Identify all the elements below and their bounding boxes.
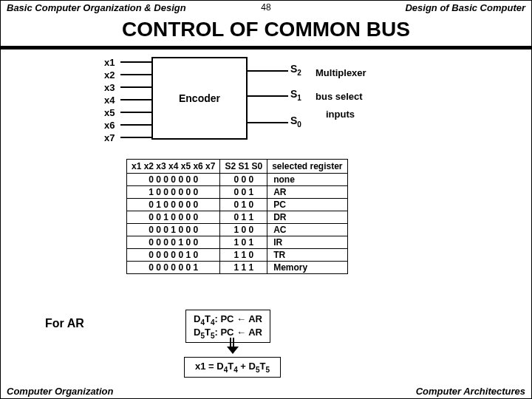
encoder-box: Encoder	[151, 57, 248, 140]
cell: AR	[267, 186, 347, 199]
table-row: 0 0 0 0 1 0 01 0 1IR	[127, 236, 348, 249]
input-x4: x4	[104, 95, 115, 106]
cell: 0 0 1 0 0 0 0	[127, 211, 220, 224]
slide-title: CONTROL OF COMMON BUS	[1, 18, 531, 41]
wire	[120, 124, 151, 126]
th-reg: selected register	[267, 160, 347, 174]
cell: TR	[267, 249, 347, 262]
table-row: 0 0 0 0 0 0 11 1 1Memory	[127, 262, 348, 274]
encoder-diagram: x1 x2 x3 x4 x5 x6 x7 Encoder S2 S1 S0 Mu…	[104, 57, 531, 153]
header-right: Design of Basic Computer	[405, 2, 525, 13]
input-x2: x2	[104, 69, 115, 81]
cell: 0 1 0	[220, 199, 267, 211]
footer-right: Computer Architectures	[416, 386, 525, 397]
cell: IR	[267, 236, 347, 249]
cell: 1 1 0	[220, 249, 267, 262]
wire	[120, 74, 151, 75]
wire	[120, 99, 151, 100]
for-ar-label: For AR	[45, 317, 84, 330]
header-bar: Basic Computer Organization & Design 48 …	[1, 1, 531, 15]
th-s: S2 S1 S0	[220, 160, 267, 174]
cell: 0 1 1	[220, 211, 267, 224]
cell: 0 0 0	[220, 174, 267, 186]
th-x: x1 x2 x3 x4 x5 x6 x7	[127, 160, 220, 174]
table-row: 0 0 0 0 0 0 00 0 0none	[127, 174, 348, 186]
wire	[120, 137, 151, 138]
inputs-text: inputs	[326, 109, 355, 120]
left-arrow-icon: ←	[236, 313, 246, 324]
cell: 0 0 0 1 0 0 0	[127, 224, 220, 236]
wire-s2	[248, 70, 288, 72]
cell: 1 0 0 0 0 0 0	[127, 186, 220, 199]
input-x6: x6	[104, 120, 115, 131]
cell: 0 0 0 0 0 0 0	[127, 174, 220, 186]
cell: 0 0 0 0 1 0 0	[127, 236, 220, 249]
bus-select-text: bus select	[316, 91, 363, 102]
equation-box: x1 = D4T4 + D5T5	[184, 357, 281, 378]
table-row: 0 1 0 0 0 0 00 1 0PC	[127, 199, 348, 211]
cell: Memory	[267, 262, 347, 274]
s0-label: S0	[290, 115, 301, 129]
table-row: 0 0 0 1 0 0 01 0 0AC	[127, 224, 348, 236]
cell: 0 0 1	[220, 186, 267, 199]
input-x3: x3	[104, 82, 115, 93]
s2-label: S2	[290, 63, 301, 77]
cell: DR	[267, 211, 347, 224]
wire	[120, 86, 151, 88]
mux-text: Multiplexer	[316, 67, 366, 78]
cell: 0 0 0 0 0 0 1	[127, 262, 220, 274]
header-left: Basic Computer Organization & Design	[7, 2, 186, 13]
down-arrow-icon	[225, 338, 239, 352]
table-row: 0 0 1 0 0 0 00 1 1DR	[127, 211, 348, 224]
cell: 1 0 0	[220, 224, 267, 236]
input-x5: x5	[104, 107, 115, 118]
wire-s0	[248, 122, 288, 123]
cell: 0 0 0 0 0 1 0	[127, 249, 220, 262]
truth-table: x1 x2 x3 x4 x5 x6 x7 S2 S1 S0 selected r…	[126, 159, 348, 274]
encoder-label: Encoder	[179, 92, 220, 104]
input-x1: x1	[104, 57, 115, 68]
cell: 1 1 1	[220, 262, 267, 274]
input-x7: x7	[104, 132, 115, 143]
cell: PC	[267, 199, 347, 211]
footer-bar: Computer Organization Computer Architect…	[1, 386, 531, 397]
table-row: 0 0 0 0 0 1 01 1 0TR	[127, 249, 348, 262]
page-number: 48	[261, 2, 270, 13]
cell: 1 0 1	[220, 236, 267, 249]
wire	[120, 61, 151, 63]
transfer-line-1: D4T4: PC ← AR	[194, 313, 262, 327]
table-row: 1 0 0 0 0 0 00 0 1AR	[127, 186, 348, 199]
cell: AC	[267, 224, 347, 236]
footer-left: Computer Organization	[7, 386, 113, 397]
wire-s1	[248, 95, 288, 97]
s1-label: S1	[290, 88, 301, 102]
left-arrow-icon: ←	[236, 327, 246, 338]
cell: none	[267, 174, 347, 186]
title-rule	[1, 46, 531, 50]
cell: 0 1 0 0 0 0 0	[127, 199, 220, 211]
wire	[120, 112, 151, 113]
